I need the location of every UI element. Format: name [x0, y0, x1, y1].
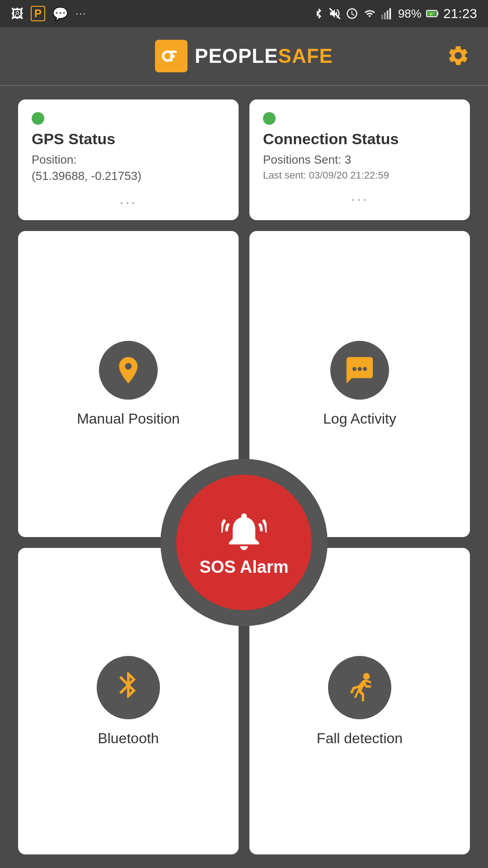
- positions-sent: Positions Sent: 3: [263, 151, 456, 168]
- log-activity-label: Log Activity: [323, 410, 396, 427]
- logo: PEOPLESAFE: [155, 40, 333, 72]
- gps-status-indicator: [32, 112, 44, 125]
- svg-rect-1: [381, 14, 383, 19]
- app-header: PEOPLESAFE: [0, 27, 488, 86]
- connection-status-card[interactable]: Connection Status Positions Sent: 3 Last…: [249, 99, 470, 220]
- bluetooth-feature-icon: [113, 670, 144, 706]
- manual-position-icon-circle: [99, 341, 158, 400]
- svg-rect-2: [384, 13, 386, 19]
- wifi-icon: [363, 8, 376, 19]
- svg-rect-4: [389, 8, 391, 19]
- alarm-bell-icon: [221, 509, 267, 554]
- location-pin-icon: [113, 354, 144, 386]
- more-icon: ···: [75, 8, 86, 19]
- svg-rect-3: [387, 10, 389, 19]
- battery-level: 98%: [398, 7, 422, 21]
- svg-text:⚡: ⚡: [429, 12, 433, 16]
- manual-position-label: Manual Position: [77, 410, 180, 427]
- svg-rect-11: [170, 51, 177, 53]
- fall-detection-icon: [342, 672, 378, 703]
- gear-icon: [446, 44, 470, 67]
- svg-point-15: [363, 367, 367, 371]
- gps-card-more[interactable]: ...: [32, 191, 225, 208]
- svg-point-16: [363, 673, 370, 679]
- svg-point-14: [352, 367, 357, 371]
- sos-label: SOS Alarm: [199, 557, 288, 577]
- svg-rect-6: [437, 12, 438, 15]
- gps-position-label: Position:: [32, 151, 225, 168]
- sos-button[interactable]: SOS Alarm: [176, 475, 312, 610]
- app-name-safe: SAFE: [278, 45, 333, 67]
- battery-icon: ⚡: [426, 9, 439, 18]
- alarm-icon: [346, 7, 358, 20]
- gps-position-value: (51.39688, -0.21753): [32, 168, 225, 184]
- status-bar-left: 🖼 P 💬 ···: [11, 6, 86, 21]
- fall-detection-icon-circle: [328, 656, 391, 719]
- app-name-highlight: PEOPLE: [195, 45, 278, 67]
- fall-detection-label: Fall detection: [317, 730, 403, 747]
- status-time: 21:23: [443, 6, 477, 21]
- main-content: GPS Status Position: (51.39688, -0.21753…: [0, 86, 488, 868]
- log-activity-icon-circle: [330, 341, 389, 400]
- gps-card-title: GPS Status: [32, 130, 225, 148]
- parking-icon: P: [31, 6, 45, 21]
- status-bar-right: 98% ⚡ 21:23: [313, 6, 477, 21]
- logo-icon: [155, 40, 188, 72]
- svg-point-13: [358, 367, 362, 371]
- log-activity-icon: [344, 354, 375, 386]
- svg-rect-12: [170, 55, 175, 57]
- signal-icon: [381, 7, 394, 20]
- settings-button[interactable]: [446, 44, 470, 69]
- last-sent: Last sent: 03/09/20 21:22:59: [263, 170, 456, 181]
- message-icon: 💬: [52, 6, 68, 21]
- bluetooth-icon-circle: [97, 656, 160, 719]
- connection-card-more[interactable]: ...: [263, 188, 456, 204]
- bluetooth-label: Bluetooth: [98, 730, 159, 747]
- bluetooth-icon: [313, 7, 324, 20]
- connection-card-title: Connection Status: [263, 130, 456, 148]
- connection-status-indicator: [263, 112, 276, 125]
- status-bar: 🖼 P 💬 ··· 98%: [0, 0, 488, 27]
- photo-icon: 🖼: [11, 6, 23, 21]
- status-cards-row: GPS Status Position: (51.39688, -0.21753…: [18, 99, 470, 220]
- app-name: PEOPLESAFE: [195, 45, 333, 67]
- mute-icon: [328, 7, 341, 20]
- action-grid: Manual Position Log Activity: [18, 231, 470, 854]
- gps-status-card[interactable]: GPS Status Position: (51.39688, -0.21753…: [18, 99, 239, 220]
- sos-outer-ring: SOS Alarm: [160, 459, 328, 626]
- sos-container: SOS Alarm: [160, 459, 328, 626]
- logo-svg: [160, 44, 183, 68]
